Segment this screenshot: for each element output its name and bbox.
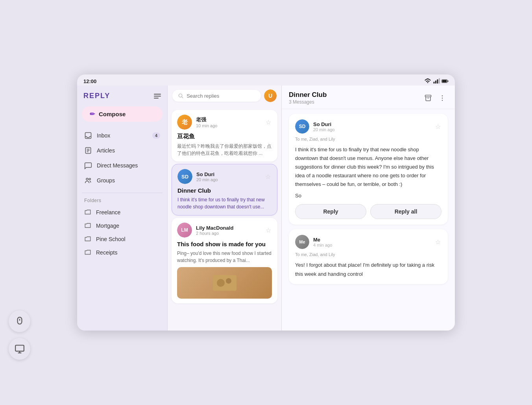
email-msg1-avatar: SD	[295, 119, 309, 134]
email-msg2-body: Yes! I forgot about that place! I'm defi…	[295, 261, 441, 278]
folder-item-receipts[interactable]: Receipts	[80, 246, 164, 259]
msg1-avatar-img: 老	[177, 115, 192, 130]
email-msg1-star-button[interactable]: ☆	[434, 122, 441, 131]
email-msg1-name: So Duri	[313, 121, 430, 127]
compose-button[interactable]: ✏ Compose	[82, 106, 163, 122]
message-card-2[interactable]: SD So Duri 20 min ago ☆ Dinner Club I th…	[172, 164, 277, 216]
email-msg2-star-button[interactable]: ☆	[434, 238, 441, 247]
inbox-badge: 4	[152, 132, 160, 139]
msg3-subject: This food show is made for you	[177, 241, 272, 247]
app-body: REPLY ✏ Compose Inbox	[77, 85, 455, 331]
folder-icon-mortgage	[84, 222, 91, 229]
direct-messages-icon	[84, 162, 92, 169]
folder-label-mortgage: Mortgage	[96, 223, 119, 229]
sidebar-item-articles[interactable]: Articles	[80, 143, 164, 158]
email-message-2: Me Me 4 min ago ☆ To me, Ziad, and Lily …	[289, 229, 448, 284]
email-msg1-header: SD So Duri 20 min ago ☆	[295, 119, 441, 134]
status-bar: 12:00	[77, 74, 455, 85]
wifi-icon	[424, 78, 431, 85]
msg1-sender-name: 老强	[196, 116, 261, 123]
msg2-sender-info: So Duri 20 min ago	[196, 171, 260, 182]
articles-icon	[84, 147, 92, 154]
email-msg2-header: Me Me 4 min ago ☆	[295, 235, 441, 249]
msg1-preview: 最近忙吗？昨晚我去了你最爱的那家饭馆，点了他们的特色豆花鱼，吃着吃着就想你 ..…	[177, 143, 272, 157]
user-avatar: U	[264, 89, 277, 102]
groups-icon	[84, 176, 92, 184]
sidebar-header: REPLY	[77, 90, 167, 105]
folder-label-pine-school: Pine School	[96, 236, 126, 242]
inbox-icon	[84, 132, 92, 139]
sidebar-item-groups[interactable]: Groups	[80, 173, 164, 188]
msg1-avatar: 老	[177, 115, 192, 130]
svg-point-13	[89, 178, 91, 180]
sidebar-item-dm-label: Direct Messages	[97, 162, 138, 169]
svg-point-14	[179, 94, 182, 97]
search-bar: U	[168, 85, 281, 106]
reply-actions: Reply Reply all	[295, 204, 441, 219]
email-msg2-avatar: Me	[295, 235, 309, 249]
svg-rect-6	[447, 80, 448, 82]
compose-label: Compose	[99, 111, 126, 117]
folder-item-pine-school[interactable]: Pine School	[80, 232, 164, 246]
email-msg1-signature: So	[295, 193, 441, 199]
reply-all-button[interactable]: Reply all	[370, 204, 441, 219]
msg1-star-button[interactable]: ☆	[265, 118, 272, 127]
email-msg2-time: 4 min ago	[313, 243, 430, 247]
message-card-3[interactable]: LM Lily MacDonald 2 hours ago ☆ This foo…	[172, 218, 277, 303]
folder-item-freelance[interactable]: Freelance	[80, 206, 164, 219]
msg3-star-button[interactable]: ☆	[265, 226, 272, 235]
svg-point-17	[217, 279, 225, 287]
folder-item-mortgage[interactable]: Mortgage	[80, 219, 164, 232]
battery-icon	[441, 78, 449, 85]
svg-point-18	[226, 278, 231, 284]
search-input[interactable]	[187, 93, 255, 99]
sidebar-item-inbox-label: Inbox	[97, 132, 110, 139]
folders-label: Folders	[77, 196, 167, 205]
message-card-1[interactable]: 老 老强 10 min ago ☆ 豆花鱼 最近忙吗？昨晚我去了你最爱的那家饭馆…	[172, 110, 277, 162]
msg2-header: SD So Duri 20 min ago ☆	[177, 169, 272, 184]
search-wrapper	[172, 90, 261, 102]
archive-button[interactable]	[423, 93, 434, 104]
sidebar-divider	[82, 193, 163, 193]
email-msg2-sender: Me 4 min ago	[313, 237, 430, 247]
msg3-avatar-img: LM	[177, 223, 192, 238]
detail-messages-count: 3 Messages	[289, 99, 419, 105]
more-options-button[interactable]	[437, 93, 448, 104]
archive-icon	[424, 94, 432, 102]
signal-icon	[433, 78, 440, 85]
folder-icon-receipts	[84, 249, 91, 256]
pencil-icon: ✏	[90, 110, 95, 118]
email-msg1-sender: So Duri 20 min ago	[313, 121, 430, 132]
email-msg1-body: I think it's time for us to finally try …	[295, 145, 441, 189]
monitor-icon	[15, 344, 25, 354]
email-msg2-name: Me	[313, 237, 430, 243]
svg-rect-23	[17, 317, 22, 324]
msg3-sender-info: Lily MacDonald 2 hours ago	[196, 225, 261, 236]
svg-rect-26	[15, 345, 24, 351]
msg2-avatar-img: SD	[177, 169, 192, 184]
email-msg1-to: To me, Ziad, and Lily	[295, 137, 441, 141]
detail-title: Dinner Club 3 Messages	[289, 91, 419, 105]
floating-monitor-icon-button[interactable]	[9, 338, 30, 360]
detail-header: Dinner Club 3 Messages	[282, 85, 455, 109]
status-time: 12:00	[83, 78, 96, 84]
device-frame: 12:00 REPLY	[77, 74, 455, 331]
menu-icon[interactable]	[154, 94, 161, 98]
sidebar-item-articles-label: Articles	[97, 147, 115, 154]
sidebar-item-direct-messages[interactable]: Direct Messages	[80, 158, 164, 173]
floating-mouse-icon-button[interactable]	[9, 310, 30, 332]
msg2-subject: Dinner Club	[177, 187, 272, 194]
detail-panel: Dinner Club 3 Messages	[282, 85, 455, 331]
msg2-sender-name: So Duri	[196, 171, 260, 177]
msg3-image-thumb	[177, 267, 272, 299]
msg2-star-button[interactable]: ☆	[264, 172, 272, 181]
sidebar-item-inbox[interactable]: Inbox 4	[80, 128, 164, 143]
svg-rect-2	[437, 80, 438, 84]
reply-button[interactable]: Reply	[295, 204, 366, 219]
msg1-subject: 豆花鱼	[177, 133, 272, 140]
middle-panel: U 老 老强 10 min ago ☆	[168, 85, 282, 331]
folder-label-receipts: Receipts	[96, 249, 117, 256]
svg-rect-0	[434, 82, 435, 84]
email-message-1: SD So Duri 20 min ago ☆ To me, Ziad, and…	[289, 114, 448, 225]
email-msg1-time: 20 min ago	[313, 127, 430, 132]
